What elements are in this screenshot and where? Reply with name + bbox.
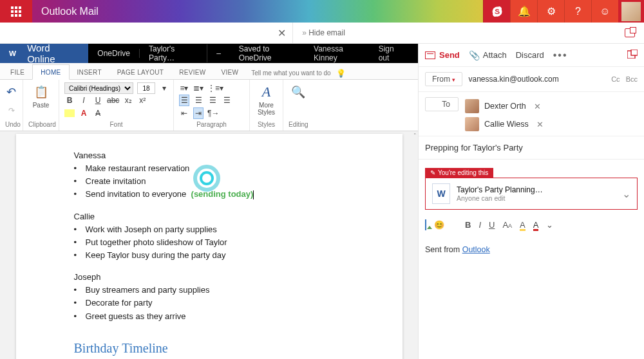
redo-button[interactable]: ↷ xyxy=(5,105,17,116)
ribbon: ↶ ↷ Undo 📋 Paste Clipboard Calibri (Head… xyxy=(0,80,418,131)
paste-button[interactable]: 📋 Paste xyxy=(28,82,53,110)
align-center-button[interactable]: ☰ xyxy=(193,95,204,106)
notifications-icon[interactable]: 🔔 xyxy=(510,0,537,23)
settings-icon[interactable]: ⚙ xyxy=(537,0,564,23)
strike-button[interactable]: abc xyxy=(107,95,119,106)
font-color-button[interactable]: A xyxy=(533,220,539,230)
send-button[interactable]: Send xyxy=(425,50,460,60)
list-item: Buy streamers and party supplies xyxy=(74,284,345,297)
svg-rect-2 xyxy=(19,6,21,9)
remove-recipient-icon[interactable]: ✕ xyxy=(536,120,544,129)
underline-button[interactable]: U xyxy=(489,220,495,230)
underline-button[interactable]: U xyxy=(93,95,103,106)
undo-button[interactable]: ↶ xyxy=(5,82,17,102)
subscript-button[interactable]: x₂ xyxy=(123,95,133,106)
font-family-select[interactable]: Calibri (Headings) xyxy=(64,82,133,94)
tell-me-box[interactable]: 💡 xyxy=(250,67,346,79)
word-logo-icon[interactable]: W xyxy=(0,44,24,63)
font-color-button[interactable]: A xyxy=(79,107,89,119)
recipient-chip[interactable]: Callie Wiess ✕ xyxy=(465,115,638,133)
attach-button[interactable]: 📎Attach xyxy=(469,50,507,60)
more-actions-button[interactable]: ••• xyxy=(553,50,568,61)
find-button[interactable]: 🔍 xyxy=(289,82,308,102)
skype-icon[interactable] xyxy=(483,0,510,23)
tab-page-layout[interactable]: PAGE LAYOUT xyxy=(109,65,171,79)
bcc-link[interactable]: Bcc xyxy=(626,75,638,83)
word-doc-icon xyxy=(432,183,450,204)
align-right-button[interactable]: ☰ xyxy=(207,95,218,106)
tab-review[interactable]: REVIEW xyxy=(171,65,213,79)
list-item: Decorate for party xyxy=(74,297,345,309)
breadcrumb-onedrive[interactable]: OneDrive xyxy=(88,49,140,58)
to-label[interactable]: To xyxy=(425,97,459,111)
multilevel-button[interactable]: ⋮≡▾ xyxy=(207,82,223,94)
word-user-name[interactable]: Vanessa Kinney xyxy=(307,44,372,62)
chevron-down-icon[interactable]: ⌄ xyxy=(622,188,630,200)
scroll-up-icon[interactable]: ˄ xyxy=(413,133,417,139)
bullets-button[interactable]: ≡▾ xyxy=(179,82,189,94)
tab-insert[interactable]: INSERT xyxy=(70,65,109,79)
document-page[interactable]: Vanessa Make restaurant reservation Crea… xyxy=(16,134,402,359)
app-launcher-icon[interactable] xyxy=(0,0,32,23)
cc-link[interactable]: Cc xyxy=(611,75,620,83)
attachment-card[interactable]: Taylor's Party Planning… Anyone can edit… xyxy=(425,178,638,210)
svg-text:W: W xyxy=(9,49,16,57)
inline-annotation: (sending today) xyxy=(191,189,254,199)
italic-button[interactable]: I xyxy=(478,220,481,230)
recipient-chip[interactable]: Dexter Orth ✕ xyxy=(465,97,638,115)
svg-rect-7 xyxy=(15,14,17,17)
from-label[interactable]: From xyxy=(425,72,462,86)
ribbon-group-editing: 🔍 Editing xyxy=(283,80,313,131)
highlight-button[interactable] xyxy=(64,109,75,117)
subject-field[interactable]: Prepping for Taylor's Party xyxy=(419,136,644,160)
editing-flag: You're editing this xyxy=(425,166,638,178)
align-left-button[interactable]: ☰ xyxy=(179,95,189,106)
task-list: Buy streamers and party supplies Decorat… xyxy=(74,284,345,322)
svg-rect-0 xyxy=(11,6,14,9)
discard-button[interactable]: Discard xyxy=(516,50,544,60)
popout-compose-icon[interactable] xyxy=(627,50,638,61)
help-icon[interactable]: ? xyxy=(564,0,591,23)
font-size-dropdown-icon[interactable]: ▾ xyxy=(159,82,169,94)
tab-view[interactable]: VIEW xyxy=(213,65,246,79)
outdent-button[interactable]: ⇤ xyxy=(179,107,189,119)
close-icon[interactable]: ✕ xyxy=(270,27,292,39)
signature-link[interactable]: Outlook xyxy=(462,245,490,254)
numbering-button[interactable]: ≣▾ xyxy=(193,82,204,94)
format-more-icon[interactable]: ⌄ xyxy=(546,220,553,230)
more-styles-button[interactable]: A More Styles xyxy=(255,82,278,117)
insert-image-icon[interactable] xyxy=(425,220,426,230)
ltr-button[interactable]: ¶→ xyxy=(207,107,219,119)
scrollbar[interactable]: ˄ xyxy=(412,131,417,359)
bold-button[interactable]: B xyxy=(465,220,471,230)
insert-emoji-icon[interactable]: 😊 xyxy=(434,220,444,230)
timeline-heading: Birthday Timeline xyxy=(74,338,345,358)
ribbon-group-undo: ↶ ↷ Undo xyxy=(0,80,23,131)
tab-file[interactable]: FILE xyxy=(3,65,32,79)
hide-email-link[interactable]: Hide email xyxy=(293,28,354,37)
tell-me-input[interactable] xyxy=(250,67,334,79)
font-size-input[interactable] xyxy=(137,82,155,94)
feedback-smile-icon[interactable]: ☺ xyxy=(591,0,618,23)
italic-button[interactable]: I xyxy=(79,95,89,106)
recipient-list[interactable]: Dexter Orth ✕ Callie Wiess ✕ xyxy=(465,97,638,133)
remove-recipient-icon[interactable]: ✕ xyxy=(534,102,541,111)
superscript-button[interactable]: x² xyxy=(137,95,147,106)
tab-home[interactable]: HOME xyxy=(32,64,69,80)
ribbon-group-styles: A More Styles Styles xyxy=(250,80,283,131)
recipient-name: Dexter Orth xyxy=(484,102,526,111)
bold-button[interactable]: B xyxy=(64,95,75,106)
highlight-button[interactable]: A xyxy=(520,220,526,230)
breadcrumb-sep: – xyxy=(207,49,230,58)
font-size-button[interactable]: AA xyxy=(502,220,512,230)
user-avatar[interactable] xyxy=(618,0,644,23)
indent-button[interactable]: ⇥ xyxy=(193,107,204,119)
document-canvas[interactable]: ˄ Vanessa Make restaurant reservation Cr… xyxy=(0,131,418,359)
justify-button[interactable]: ☰ xyxy=(222,95,232,106)
breadcrumb-saved: Saved to OneDrive xyxy=(230,44,307,62)
breadcrumb-doc[interactable]: Taylor's Party… xyxy=(140,44,207,62)
popout-icon[interactable] xyxy=(625,28,635,37)
clear-format-button[interactable]: A̶ xyxy=(93,107,103,119)
word-signout[interactable]: Sign out xyxy=(372,44,412,62)
ribbon-group-font: Calibri (Headings) ▾ B I U abc x₂ x² A A… xyxy=(59,80,174,131)
